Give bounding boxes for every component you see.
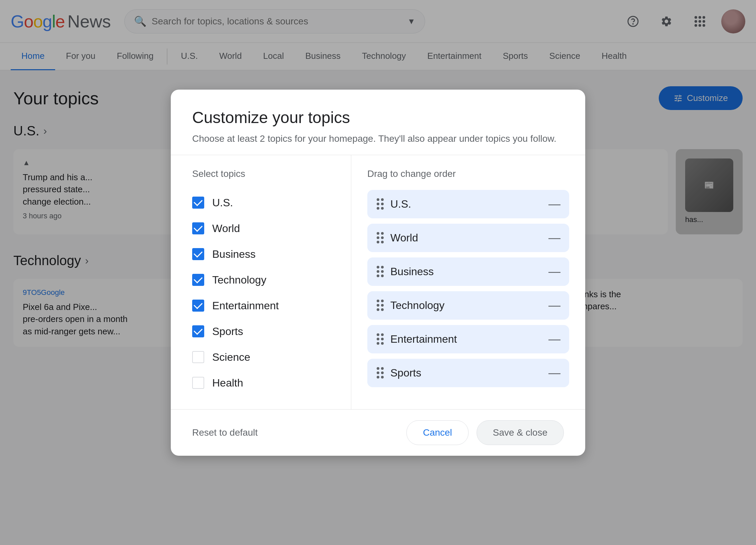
topic-row-us[interactable]: U.S. xyxy=(192,190,330,216)
topic-row-sports[interactable]: Sports xyxy=(192,319,330,344)
drag-label-technology: Technology xyxy=(390,299,542,312)
reset-button[interactable]: Reset to default xyxy=(192,427,258,438)
remove-technology-button[interactable]: — xyxy=(549,300,560,311)
save-close-button[interactable]: Save & close xyxy=(477,420,564,445)
drag-handle-icon xyxy=(377,232,384,243)
topics-select-panel: Select topics U.S. World Business Techno… xyxy=(171,155,351,409)
remove-us-button[interactable]: — xyxy=(549,199,560,209)
remove-business-button[interactable]: — xyxy=(549,266,560,277)
drag-item-world[interactable]: World — xyxy=(367,224,569,252)
topic-checkbox-science[interactable] xyxy=(192,351,204,363)
drag-item-sports[interactable]: Sports — xyxy=(367,359,569,387)
topic-row-technology[interactable]: Technology xyxy=(192,267,330,293)
modal-body: Select topics U.S. World Business Techno… xyxy=(171,155,585,409)
topic-label-science: Science xyxy=(212,351,250,363)
modal-title: Customize your topics xyxy=(192,108,564,127)
cancel-button[interactable]: Cancel xyxy=(406,420,468,445)
drag-handle-icon xyxy=(377,367,384,378)
drag-handle-icon xyxy=(377,266,384,277)
topic-checkbox-entertainment[interactable] xyxy=(192,300,204,312)
customize-modal: Customize your topics Choose at least 2 … xyxy=(171,90,585,456)
topic-row-world[interactable]: World xyxy=(192,216,330,241)
topic-label-us: U.S. xyxy=(212,197,233,209)
modal-subtitle: Choose at least 2 topics for your homepa… xyxy=(192,133,564,144)
drag-label-us: U.S. xyxy=(390,198,542,210)
drag-label-world: World xyxy=(390,232,542,244)
drag-label-business: Business xyxy=(390,265,542,278)
modal-footer: Reset to default Cancel Save & close xyxy=(171,409,585,456)
topic-label-world: World xyxy=(212,222,240,235)
select-col-header: Select topics xyxy=(192,169,330,179)
drag-item-us[interactable]: U.S. — xyxy=(367,190,569,218)
topic-checkbox-sports[interactable] xyxy=(192,325,204,337)
drag-item-entertainment[interactable]: Entertainment — xyxy=(367,325,569,353)
order-col-header: Drag to change order xyxy=(367,169,569,179)
topic-label-technology: Technology xyxy=(212,274,266,286)
modal-header: Customize your topics Choose at least 2 … xyxy=(171,90,585,155)
topic-row-science[interactable]: Science xyxy=(192,344,330,370)
topic-checkbox-world[interactable] xyxy=(192,222,204,234)
drag-item-technology[interactable]: Technology — xyxy=(367,291,569,320)
remove-entertainment-button[interactable]: — xyxy=(549,334,560,344)
topic-checkbox-health[interactable] xyxy=(192,377,204,389)
drag-handle-icon xyxy=(377,333,384,345)
topics-order-panel: Drag to change order U.S. — xyxy=(351,155,585,409)
topic-label-health: Health xyxy=(212,377,243,389)
topic-checkbox-technology[interactable] xyxy=(192,274,204,286)
drag-handle-icon xyxy=(377,198,384,210)
drag-label-sports: Sports xyxy=(390,367,542,379)
footer-buttons: Cancel Save & close xyxy=(406,420,564,445)
topic-label-sports: Sports xyxy=(212,325,243,338)
topic-row-health[interactable]: Health xyxy=(192,370,330,396)
topic-label-business: Business xyxy=(212,248,256,260)
modal-overlay: Customize your topics Choose at least 2 … xyxy=(0,0,756,545)
topic-row-business[interactable]: Business xyxy=(192,241,330,267)
drag-handle-icon xyxy=(377,300,384,311)
drag-label-entertainment: Entertainment xyxy=(390,333,542,345)
topic-label-entertainment: Entertainment xyxy=(212,300,279,312)
drag-item-business[interactable]: Business — xyxy=(367,257,569,286)
topic-row-entertainment[interactable]: Entertainment xyxy=(192,293,330,319)
remove-sports-button[interactable]: — xyxy=(549,367,560,378)
topic-checkbox-business[interactable] xyxy=(192,248,204,260)
remove-world-button[interactable]: — xyxy=(549,232,560,243)
topic-checkbox-us[interactable] xyxy=(192,197,204,209)
